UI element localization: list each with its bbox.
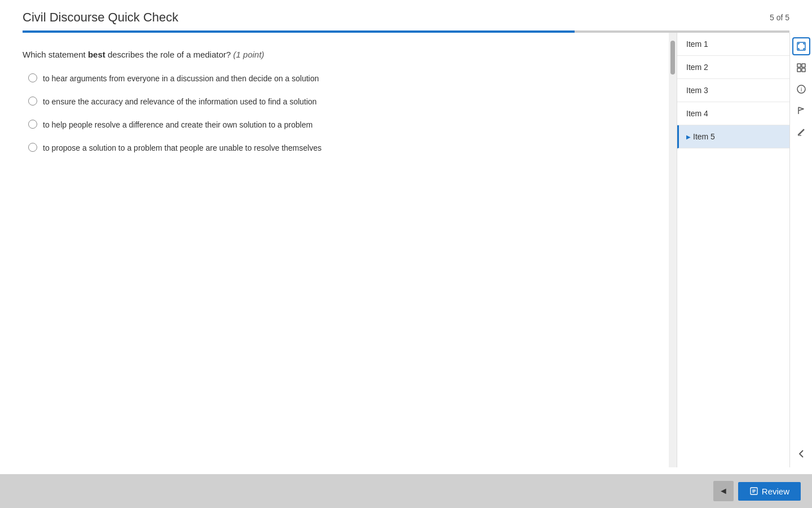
question-points: (1 point) [233, 50, 264, 59]
page-title: Civil Discourse Quick Check [23, 10, 178, 25]
sidebar-item-3[interactable]: Item 3 [677, 79, 789, 102]
progress-indicator: 5 of 5 [770, 13, 789, 22]
question-bold: best [88, 50, 105, 59]
flag-icon[interactable] [792, 102, 810, 120]
sidebar: Item 1 Item 2 Item 3 Item 4 ▶ Item 5 [677, 33, 789, 467]
question-text: Which statement best describes the role … [23, 50, 646, 59]
radio-3[interactable] [28, 120, 37, 129]
expand-icon[interactable] [792, 37, 810, 55]
radio-2[interactable] [28, 97, 37, 106]
text-edit-icon[interactable] [792, 123, 810, 141]
option-1-label: to hear arguments from everyone in a dis… [43, 73, 319, 85]
radio-1[interactable] [28, 73, 37, 82]
question-area: Which statement best describes the role … [0, 33, 669, 467]
sidebar-item-1-label: Item 1 [686, 40, 708, 49]
sidebar-item-2-label: Item 2 [686, 63, 708, 72]
sidebar-spacer [677, 148, 789, 467]
svg-rect-1 [797, 64, 801, 67]
option-3[interactable]: to help people resolve a difference and … [28, 119, 646, 131]
main-layout: Which statement best describes the role … [0, 33, 812, 467]
review-button[interactable]: Review [738, 482, 801, 501]
sidebar-item-5[interactable]: ▶ Item 5 [677, 125, 789, 148]
sidebar-item-5-label: Item 5 [693, 132, 715, 141]
option-1[interactable]: to hear arguments from everyone in a dis… [28, 73, 646, 85]
radio-4[interactable] [28, 143, 37, 152]
review-icon [749, 487, 758, 496]
svg-rect-4 [802, 68, 805, 72]
sidebar-item-2[interactable]: Item 2 [677, 56, 789, 79]
svg-rect-3 [797, 68, 801, 72]
grid-icon[interactable] [792, 59, 810, 77]
option-2-label: to ensure the accuracy and relevance of … [43, 96, 317, 108]
sidebar-item-4-label: Item 4 [686, 109, 708, 118]
svg-text:i: i [800, 86, 801, 93]
sidebar-item-4[interactable]: Item 4 [677, 102, 789, 125]
back-icon: ◄ [719, 486, 728, 496]
header: Civil Discourse Quick Check 5 of 5 [0, 0, 812, 25]
collapse-icon[interactable] [792, 445, 810, 463]
scroll-track[interactable] [669, 33, 677, 467]
option-4-label: to propose a solution to a problem that … [43, 142, 321, 154]
footer: ◄ Review [0, 474, 812, 508]
option-2[interactable]: to ensure the accuracy and relevance of … [28, 96, 646, 108]
scroll-thumb[interactable] [670, 41, 675, 75]
question-suffix: describes the role of a mediator? [105, 50, 231, 59]
sidebar-item-3-label: Item 3 [686, 86, 708, 95]
option-3-label: to help people resolve a difference and … [43, 119, 312, 131]
option-4[interactable]: to propose a solution to a problem that … [28, 142, 646, 154]
question-prefix: Which statement [23, 50, 88, 59]
icon-panel: i [789, 33, 812, 467]
info-icon[interactable]: i [792, 80, 810, 98]
review-label: Review [762, 487, 789, 496]
svg-rect-2 [802, 64, 805, 67]
active-arrow-icon: ▶ [686, 134, 691, 140]
back-button[interactable]: ◄ [713, 481, 734, 501]
sidebar-item-1[interactable]: Item 1 [677, 33, 789, 56]
options-list: to hear arguments from everyone in a dis… [28, 73, 646, 154]
